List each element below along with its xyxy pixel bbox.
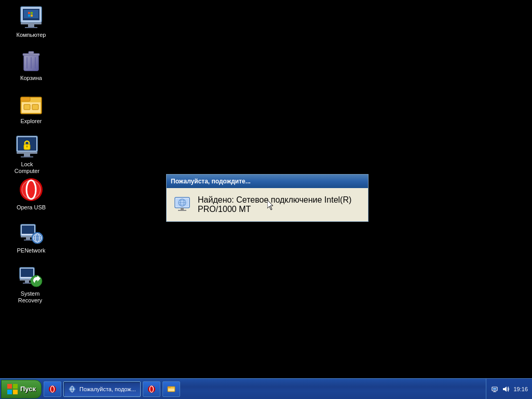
svg-rect-53: [181, 208, 184, 210]
taskbar-tray: 19:16: [486, 379, 532, 399]
taskbar-items: Пожалуйста, подож...: [42, 381, 486, 397]
icon-label-sysrecovery: System Recovery: [11, 290, 49, 304]
icon-image-explorer: [19, 91, 44, 116]
svg-rect-62: [13, 384, 18, 389]
start-label: Пуск: [20, 385, 36, 393]
taskbar-opera2-icon: [147, 385, 156, 393]
dialog-titlebar: Пожалуйста, подождите...: [167, 175, 368, 188]
desktop-icon-penetwork[interactable]: PENetwork: [10, 218, 52, 256]
dialog-body: Найдено: Сетевое подключение Intel(R) PR…: [167, 188, 368, 221]
desktop: Компьютер Корзина Explorer: [0, 0, 532, 378]
icon-label-computer: Компьютер: [17, 32, 46, 38]
desktop-icon-computer[interactable]: Компьютер: [10, 3, 52, 41]
svg-rect-63: [7, 390, 12, 394]
svg-rect-2: [21, 22, 42, 24]
svg-rect-48: [25, 281, 29, 283]
icon-image-trash: [19, 48, 44, 73]
dialog-title: Пожалуйста, подождите...: [171, 178, 251, 185]
tray-network-icon: [490, 385, 499, 393]
svg-rect-26: [24, 154, 30, 156]
taskbar: Пуск Пожалуйста, подож...: [0, 378, 532, 399]
icon-label-opera: Opera USB: [17, 204, 46, 211]
svg-point-65: [49, 385, 56, 393]
dialog-network-icon: [173, 195, 192, 214]
taskbar-item-explorer[interactable]: [162, 381, 180, 397]
svg-marker-79: [503, 387, 507, 392]
svg-rect-46: [21, 269, 33, 277]
icon-label-explorer: Explorer: [21, 118, 42, 125]
taskbar-network-icon: [68, 385, 76, 393]
svg-rect-73: [168, 387, 171, 388]
taskbar-explorer-icon: [167, 385, 175, 393]
svg-point-29: [26, 145, 28, 148]
desktop-icon-lockcomputer[interactable]: Lock Computer: [6, 132, 48, 177]
start-button[interactable]: Пуск: [1, 380, 42, 398]
svg-rect-8: [31, 12, 33, 14]
svg-rect-25: [17, 152, 37, 154]
svg-rect-38: [24, 240, 32, 241]
svg-rect-21: [24, 104, 30, 110]
svg-point-70: [148, 385, 155, 393]
taskbar-item-opera[interactable]: [143, 381, 160, 397]
icon-image-lockcomputer: [15, 134, 39, 159]
dialog-message: Найдено: Сетевое подключение Intel(R) PR…: [198, 195, 362, 214]
svg-rect-10: [31, 15, 33, 17]
svg-rect-64: [13, 390, 18, 394]
desktop-icon-opera[interactable]: Opera USB: [10, 175, 52, 213]
desktop-icon-trash[interactable]: Корзина: [10, 46, 52, 84]
taskbar-item-dialog[interactable]: Пожалуйста, подож...: [63, 381, 141, 397]
taskbar-opera-icon: [48, 385, 57, 393]
icon-image-sysrecovery: [18, 263, 43, 288]
svg-rect-22: [32, 104, 38, 110]
icon-label-lockcomputer: Lock Computer: [8, 161, 46, 175]
svg-rect-27: [21, 156, 33, 157]
tray-sound-icon: [502, 385, 510, 393]
dialog-window[interactable]: Пожалуйста, подождите... Найдено: Сетево…: [166, 174, 369, 222]
svg-rect-61: [7, 384, 12, 389]
icon-image-penetwork: [19, 220, 44, 245]
svg-rect-4: [25, 27, 37, 28]
desktop-icon-sysrecovery[interactable]: System Recovery: [9, 261, 51, 306]
taskbar-dialog-label: Пожалуйста, подож...: [79, 386, 136, 392]
svg-rect-74: [168, 389, 174, 391]
desktop-icon-explorer[interactable]: Explorer: [10, 89, 52, 127]
svg-rect-7: [28, 12, 30, 14]
svg-rect-35: [22, 225, 34, 234]
icon-image-computer: [19, 5, 44, 30]
icon-label-penetwork: PENetwork: [17, 247, 45, 254]
svg-rect-76: [493, 388, 496, 390]
icon-image-opera: [19, 177, 44, 202]
taskbar-item-opera-quick[interactable]: [44, 381, 61, 397]
icon-label-trash: Корзина: [20, 75, 42, 82]
svg-rect-54: [178, 210, 186, 211]
svg-rect-3: [28, 24, 34, 27]
windows-logo: [7, 383, 18, 395]
svg-rect-9: [28, 15, 30, 17]
svg-rect-19: [21, 97, 30, 101]
svg-rect-49: [23, 283, 31, 284]
svg-rect-14: [29, 51, 34, 54]
svg-rect-37: [26, 237, 30, 240]
taskbar-clock: 19:16: [513, 386, 528, 392]
